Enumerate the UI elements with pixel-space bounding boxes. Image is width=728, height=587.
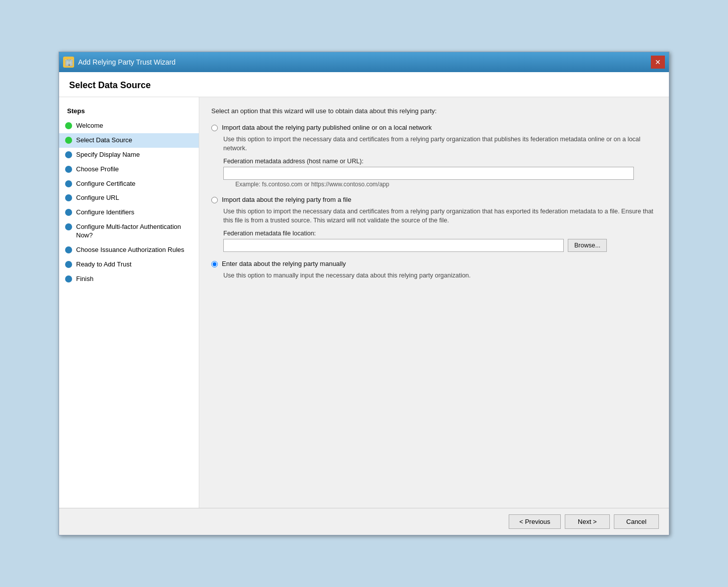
dot-icon-choose-issuance [65, 246, 72, 253]
page-title: Select Data Source [69, 80, 659, 91]
option1-block: Import data about the relying party publ… [211, 124, 657, 188]
option2-description: Use this option to import the necessary … [223, 207, 657, 225]
option1-radio[interactable] [211, 125, 218, 131]
option2-label[interactable]: Import data about the relying party from… [222, 196, 351, 203]
window-title: Add Relying Party Trust Wizard [78, 58, 176, 66]
footer: < Previous Next > Cancel [59, 508, 669, 535]
option2-radio[interactable] [211, 197, 218, 203]
option1-label[interactable]: Import data about the relying party publ… [222, 124, 432, 131]
option2-block: Import data about the relying party from… [211, 196, 657, 252]
option2-field-label: Federation metadata file location: [223, 230, 657, 237]
sidebar-label-choose-profile: Choose Profile [76, 165, 119, 174]
sidebar-label-specify-display-name: Specify Display Name [76, 151, 140, 159]
option1-description: Use this option to import the necessary … [223, 135, 657, 153]
sidebar-label-finish: Finish [76, 275, 94, 283]
dot-icon-specify-display-name [65, 151, 72, 158]
sidebar-item-configure-certificate[interactable]: Configure Certificate [59, 177, 199, 191]
option2-field-block: Federation metadata file location: Brows… [223, 230, 657, 252]
sidebar-label-configure-identifiers: Configure Identifiers [76, 208, 134, 217]
sidebar-label-configure-mfa: Configure Multi-factor Authentication No… [76, 223, 191, 240]
option3-label[interactable]: Enter data about the relying party manua… [222, 260, 346, 267]
option2-field-row: Browse... [223, 239, 657, 252]
sidebar-item-choose-profile[interactable]: Choose Profile [59, 162, 199, 177]
dot-icon-welcome [65, 122, 72, 129]
sidebar-item-specify-display-name[interactable]: Specify Display Name [59, 148, 199, 162]
option3-radio-row: Enter data about the relying party manua… [211, 260, 657, 267]
sidebar-label-select-data-source: Select Data Source [76, 136, 132, 145]
title-bar-left: 🏢 Add Relying Party Trust Wizard [63, 57, 176, 68]
main-content: Select an option that this wizard will u… [199, 97, 669, 508]
dot-icon-configure-url [65, 194, 72, 201]
previous-button[interactable]: < Previous [509, 514, 561, 529]
dot-icon-choose-profile [65, 166, 72, 173]
federation-metadata-file-input[interactable] [223, 239, 564, 252]
dot-icon-configure-identifiers [65, 209, 72, 216]
browse-button[interactable]: Browse... [568, 239, 607, 252]
sidebar-item-ready-to-add[interactable]: Ready to Add Trust [59, 257, 199, 272]
option3-description: Use this option to manually input the ne… [223, 271, 657, 280]
sidebar-label-configure-url: Configure URL [76, 194, 119, 202]
sidebar-item-finish[interactable]: Finish [59, 272, 199, 286]
dot-icon-finish [65, 275, 72, 282]
dot-icon-select-data-source [65, 137, 72, 144]
sidebar-label-ready-to-add: Ready to Add Trust [76, 260, 132, 269]
app-icon: 🏢 [63, 57, 74, 68]
close-button[interactable]: ✕ [651, 56, 665, 69]
sidebar-label-welcome: Welcome [76, 122, 103, 130]
page-header: Select Data Source [59, 72, 669, 97]
content-area: Steps Welcome Select Data Source Specify… [59, 97, 669, 508]
cancel-button[interactable]: Cancel [614, 514, 659, 529]
option3-radio[interactable] [211, 261, 218, 267]
option2-radio-row: Import data about the relying party from… [211, 196, 657, 203]
sidebar-section-label: Steps [59, 103, 199, 119]
sidebar: Steps Welcome Select Data Source Specify… [59, 97, 199, 508]
sidebar-label-configure-certificate: Configure Certificate [76, 180, 136, 188]
sidebar-item-welcome[interactable]: Welcome [59, 119, 199, 133]
dot-icon-configure-mfa [65, 223, 72, 230]
option1-example: Example: fs.contoso.com or https://www.c… [235, 181, 657, 188]
option3-block: Enter data about the relying party manua… [211, 260, 657, 280]
sidebar-item-configure-url[interactable]: Configure URL [59, 191, 199, 205]
title-bar: 🏢 Add Relying Party Trust Wizard ✕ [59, 52, 669, 72]
sidebar-item-choose-issuance[interactable]: Choose Issuance Authorization Rules [59, 243, 199, 257]
option1-field-label: Federation metadata address (host name o… [223, 158, 657, 165]
intro-text: Select an option that this wizard will u… [211, 107, 657, 115]
sidebar-item-configure-mfa[interactable]: Configure Multi-factor Authentication No… [59, 220, 199, 243]
sidebar-item-select-data-source[interactable]: Select Data Source [59, 133, 199, 148]
federation-metadata-address-input[interactable] [223, 167, 634, 180]
dot-icon-configure-certificate [65, 180, 72, 187]
option1-field-block: Federation metadata address (host name o… [223, 158, 657, 188]
option1-radio-row: Import data about the relying party publ… [211, 124, 657, 131]
dot-icon-ready-to-add [65, 261, 72, 268]
sidebar-item-configure-identifiers[interactable]: Configure Identifiers [59, 205, 199, 220]
sidebar-label-choose-issuance: Choose Issuance Authorization Rules [76, 246, 184, 254]
wizard-window: 🏢 Add Relying Party Trust Wizard ✕ Selec… [59, 52, 669, 535]
next-button[interactable]: Next > [565, 514, 610, 529]
